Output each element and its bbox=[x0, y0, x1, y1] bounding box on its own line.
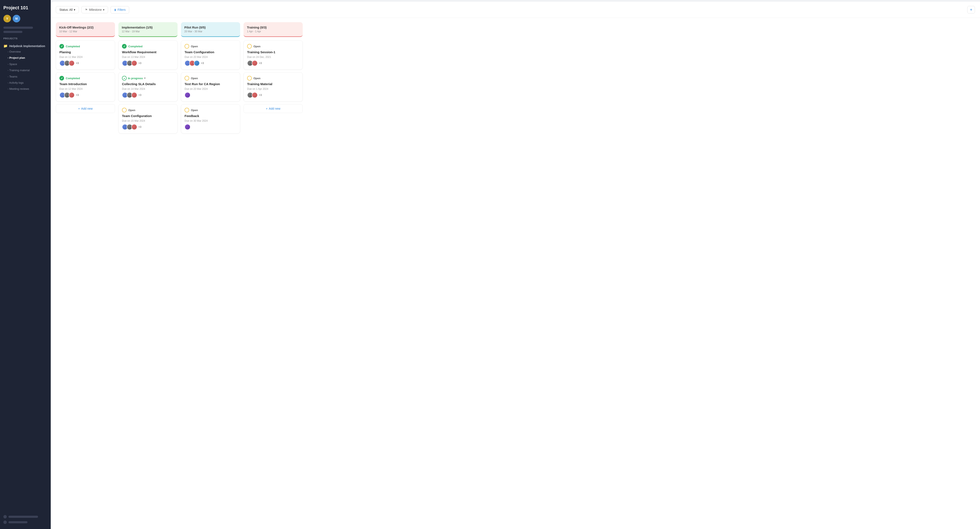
card-team-config-pilot[interactable]: Open Team Configuration Due on 20 Mar 20… bbox=[181, 40, 240, 70]
board: Kick-Off Meetings (2/2) 10 Mar - 12 Mar … bbox=[51, 18, 980, 529]
column-training: Training (0/3) 1 Apr - 1 Apr Open Traini… bbox=[243, 22, 303, 525]
status-label-planing: Completed bbox=[66, 45, 80, 48]
card-avatars-training-session1: +3 bbox=[247, 60, 299, 66]
card-title-team-config-pilot: Team Configuration bbox=[185, 50, 237, 54]
card-team-introduction[interactable]: ✓ Completed Team Introduction Due on 12 … bbox=[56, 72, 115, 102]
status-label-team-intro: Completed bbox=[66, 77, 80, 80]
status-chevron-icon: ▾ bbox=[74, 8, 75, 11]
add-new-training[interactable]: + Add new bbox=[243, 104, 303, 113]
status-filter-label: Status: All bbox=[59, 8, 73, 11]
add-icon: + bbox=[970, 7, 972, 12]
col-header-implementation: Implementation (1/5) 12 Mar - 19 Mar bbox=[118, 22, 178, 37]
card-status-planing: ✓ Completed bbox=[59, 44, 111, 49]
card-training-material[interactable]: Open Training Material Due on 1 Apr 2024… bbox=[243, 72, 303, 102]
card-avatars-workflow: +3 bbox=[122, 60, 174, 66]
card-training-session1[interactable]: Open Training Session-1 Due on 24 Dec, 2… bbox=[243, 40, 303, 70]
card-planing[interactable]: ✓ Completed Planing Due on 11 Mar 2024 +… bbox=[56, 40, 115, 70]
card-status-team-intro: ✓ Completed bbox=[59, 76, 111, 81]
card-due-team-config-pilot: Due on 20 Mar 2024 bbox=[185, 56, 237, 59]
filters-button[interactable]: ⧗ Filters bbox=[111, 6, 129, 14]
card-due-workflow: Due on 13 Mar 2024 bbox=[122, 56, 174, 59]
card-avatars-sla: +3 bbox=[122, 92, 174, 98]
mini-avatar-19 bbox=[185, 92, 191, 98]
sidebar-sub-meeting[interactable]: - Meeting reviews bbox=[3, 86, 47, 91]
col-header-kickoff: Kick-Off Meetings (2/2) 10 Mar - 12 Mar bbox=[56, 22, 115, 37]
sidebar-section-label: PROJECTS bbox=[3, 37, 47, 40]
main-content: Status: All ▾ ⚑ Milestone ▾ ⧗ Filters + … bbox=[51, 2, 980, 529]
pilotrun-date: 20 Mar - 30 Mar bbox=[185, 30, 237, 33]
card-title-team-config-impl: Team Configuration bbox=[122, 114, 174, 118]
ph-circle-2 bbox=[3, 521, 7, 524]
avatar-count-sla: +3 bbox=[138, 94, 142, 97]
mini-avatar-18 bbox=[194, 60, 200, 66]
col-header-pilotrun: Pilot Run (0/5) 20 Mar - 30 Mar bbox=[181, 22, 240, 37]
card-status-workflow: ✓ Completed bbox=[122, 44, 174, 49]
completed-icon-3: ✓ bbox=[122, 44, 127, 49]
card-title-planing: Planing bbox=[59, 50, 111, 54]
sidebar-placeholders bbox=[3, 27, 47, 33]
milestone-flag-icon: ⚑ bbox=[85, 8, 88, 11]
completed-icon: ✓ bbox=[59, 44, 64, 49]
sidebar-project-item[interactable]: 📁 Helpdesk Implementation bbox=[3, 44, 47, 48]
card-avatars-team-config-impl: +3 bbox=[122, 124, 174, 130]
sidebar-sub-overview[interactable]: - Overview bbox=[3, 49, 47, 54]
project-name: Helpdesk Implementation bbox=[9, 44, 45, 48]
add-new-training-label: Add new bbox=[269, 107, 280, 110]
toolbar: Status: All ▾ ⚑ Milestone ▾ ⧗ Filters + bbox=[51, 2, 980, 18]
mini-avatar-6 bbox=[69, 92, 75, 98]
kickoff-date: 10 Mar - 12 Mar bbox=[59, 30, 111, 33]
status-label-training-session1: Open bbox=[253, 45, 261, 48]
avatar-count-workflow: +3 bbox=[138, 62, 142, 65]
card-avatars-training-material: +3 bbox=[247, 92, 299, 98]
card-due-training-material: Due on 1 Apr 2024 bbox=[247, 87, 299, 91]
card-feedback[interactable]: Open Feedback Due on 30 Mar 2024 bbox=[181, 104, 240, 133]
milestone-button[interactable]: ⚑ Milestone ▾ bbox=[81, 6, 108, 13]
status-label-training-material: Open bbox=[253, 77, 261, 80]
avatars-row: Y M bbox=[3, 15, 47, 22]
milestone-chevron-icon: ▾ bbox=[103, 8, 104, 11]
ph-bar-1 bbox=[8, 516, 38, 518]
card-workflow-req[interactable]: ✓ Completed Workflow Requirement Due on … bbox=[118, 40, 178, 70]
sidebar-sub-space[interactable]: - Space bbox=[3, 62, 47, 67]
open-icon-4 bbox=[185, 108, 189, 113]
card-sla[interactable]: ● In progress ▾ Collecting SLA Details D… bbox=[118, 72, 178, 102]
status-label-sla: In progress bbox=[128, 77, 143, 80]
column-implementation: Implementation (1/5) 12 Mar - 19 Mar ✓ C… bbox=[118, 22, 178, 525]
card-due-test-run: Due on 20 Mar 2024 bbox=[185, 87, 237, 91]
add-new-kickoff[interactable]: + Add new bbox=[56, 104, 115, 113]
card-title-team-intro: Team Introduction bbox=[59, 82, 111, 86]
open-icon-6 bbox=[247, 76, 252, 81]
card-title-training-material: Training Material bbox=[247, 82, 299, 86]
card-title-test-run: Test Run for CA Region bbox=[185, 82, 237, 86]
status-filter-button[interactable]: Status: All ▾ bbox=[56, 6, 79, 13]
sidebar-sub-activity[interactable]: - Activity logs bbox=[3, 80, 47, 85]
open-icon-5 bbox=[247, 44, 252, 49]
avatar-count-planing: +3 bbox=[76, 62, 79, 65]
avatar-count-team-intro: +3 bbox=[76, 94, 79, 97]
card-status-team-config-pilot: Open bbox=[185, 44, 237, 49]
status-label-team-config-impl: Open bbox=[128, 109, 135, 112]
add-button[interactable]: + bbox=[967, 6, 975, 14]
card-status-feedback: Open bbox=[185, 108, 237, 113]
folder-icon: 📁 bbox=[3, 44, 8, 48]
card-status-training-material: Open bbox=[247, 76, 299, 81]
card-test-run-ca[interactable]: Open Test Run for CA Region Due on 20 Ma… bbox=[181, 72, 240, 102]
sidebar-sub-teams[interactable]: - Teams bbox=[3, 74, 47, 79]
mini-avatar-20 bbox=[185, 124, 191, 130]
sidebar-sub-projectplan[interactable]: - Project plan bbox=[3, 56, 47, 60]
card-team-config-impl[interactable]: Open Team Configuration Due on 15 Mar 20… bbox=[118, 104, 178, 133]
avatar-count-training-material: +3 bbox=[259, 94, 262, 97]
add-new-label: Add new bbox=[81, 107, 92, 110]
filters-icon: ⧗ bbox=[114, 8, 116, 12]
status-label-team-config-pilot: Open bbox=[191, 45, 198, 48]
milestone-label: Milestone bbox=[89, 8, 102, 11]
inprogress-dropdown-icon[interactable]: ▾ bbox=[144, 77, 145, 79]
card-status-test-run: Open bbox=[185, 76, 237, 81]
sidebar-nav: 📁 Helpdesk Implementation - Overview - P… bbox=[3, 44, 47, 92]
kickoff-title: Kick-Off Meetings (2/2) bbox=[59, 25, 111, 29]
sidebar-sub-training[interactable]: - Training material bbox=[3, 68, 47, 73]
avatar-count-team-config-pilot: +3 bbox=[201, 62, 204, 65]
card-due-sla: Due on 14 Mar 2024 bbox=[122, 87, 174, 91]
card-due-feedback: Due on 30 Mar 2024 bbox=[185, 119, 237, 122]
ph-bar-2 bbox=[8, 521, 27, 523]
